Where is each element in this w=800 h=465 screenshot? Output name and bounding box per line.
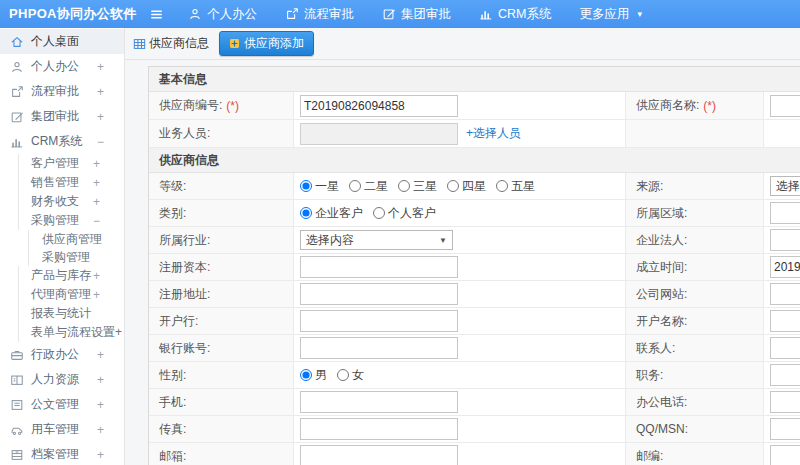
expand-icon[interactable]: + — [93, 288, 100, 302]
nav-item-crm-system[interactable]: CRM系统 — [479, 6, 551, 23]
category-radio-option-0[interactable]: 企业客户 — [300, 205, 363, 222]
gender-radio-0[interactable] — [300, 369, 312, 381]
level-radio-option-2[interactable]: 三星 — [398, 178, 437, 195]
sidebar-item-reports[interactable]: 报表与统计 — [18, 304, 124, 323]
collapse-icon[interactable]: − — [93, 214, 100, 228]
sidebar-item-admin-office[interactable]: 行政办公+ — [0, 342, 124, 367]
company-website-input[interactable] — [770, 283, 800, 305]
category-radio-option-1[interactable]: 个人客户 — [373, 205, 436, 222]
level-radio-1[interactable] — [349, 180, 361, 192]
business-staff-value-cell: +选择人员 — [294, 120, 626, 147]
expand-icon[interactable]: + — [93, 195, 100, 209]
job-title-input[interactable] — [770, 364, 800, 386]
bank-input[interactable] — [300, 310, 458, 332]
sidebar-item-workflow-approval[interactable]: 流程审批+ — [0, 79, 124, 104]
qq-msn-input[interactable] — [770, 418, 800, 440]
category-radio-1[interactable] — [373, 207, 385, 219]
sidebar-item-label: 客户管理 — [31, 155, 79, 172]
level-radio-3[interactable] — [447, 180, 459, 192]
expand-icon[interactable]: + — [93, 157, 100, 171]
expand-icon[interactable]: + — [93, 269, 100, 283]
sidebar-item-customer-mgmt[interactable]: 客户管理+ — [18, 154, 124, 173]
tab-supplier-info[interactable]: 供应商信息 — [133, 35, 209, 52]
nav-item-personal-office[interactable]: 个人办公 — [188, 6, 257, 23]
level-radio-option-3[interactable]: 四星 — [447, 178, 486, 195]
briefcase-icon — [10, 348, 24, 362]
category-label: 类别: — [149, 200, 294, 226]
field-label-text: 成立时间: — [636, 259, 687, 276]
gender-radio-1[interactable] — [337, 369, 349, 381]
sidebar-item-hr[interactable]: 人力资源+ — [0, 367, 124, 392]
postcode-input[interactable] — [770, 445, 800, 465]
supplier-code-value-cell — [294, 92, 626, 119]
header-nav: 个人办公流程审批集团审批CRM系统更多应用▾ — [188, 6, 642, 23]
nav-item-group-approval[interactable]: 集团审批 — [382, 6, 451, 23]
level-radio-2[interactable] — [398, 180, 410, 192]
level-radio-0[interactable] — [300, 180, 312, 192]
category-radio-0[interactable] — [300, 207, 312, 219]
founding-date-input[interactable] — [770, 256, 800, 278]
sidebar-item-supplier-mgmt[interactable]: 供应商管理 — [28, 230, 124, 248]
supplier-code-input[interactable] — [300, 95, 458, 117]
sidebar-item-personal-desktop[interactable]: 个人桌面 — [0, 29, 124, 54]
sidebar-item-doc-mgmt[interactable]: 公文管理+ — [0, 392, 124, 417]
sidebar-item-personal-office[interactable]: 个人办公+ — [0, 54, 124, 79]
collapse-icon[interactable]: − — [97, 135, 104, 149]
expand-icon[interactable]: + — [97, 110, 104, 124]
bank-account-input[interactable] — [300, 337, 458, 359]
expand-icon[interactable]: + — [97, 85, 104, 99]
tab-supplier-add[interactable]: 供应商添加 — [219, 31, 314, 56]
expand-icon[interactable]: + — [97, 60, 104, 74]
business-staff-link[interactable]: +选择人员 — [466, 125, 521, 142]
sidebar-item-finance[interactable]: 财务收支+ — [18, 192, 124, 211]
field-label-text: 业务人员: — [159, 125, 210, 142]
gender-radio-option-1[interactable]: 女 — [337, 367, 364, 384]
office-phone-input[interactable] — [770, 391, 800, 413]
hamburger-menu-icon[interactable] — [149, 7, 164, 22]
legal-person-input[interactable] — [770, 229, 800, 251]
sidebar-item-form-flow-settings[interactable]: 表单与流程设置+ — [18, 323, 124, 342]
source-select[interactable]: 选择内容▼ — [770, 176, 800, 196]
fax-value-cell — [294, 416, 626, 442]
expand-icon[interactable]: + — [97, 423, 104, 437]
expand-icon[interactable]: + — [97, 348, 104, 362]
radio-label: 三星 — [413, 178, 437, 195]
sidebar-item-archive-mgmt[interactable]: 档案管理+ — [0, 442, 124, 465]
nav-item-workflow-approval[interactable]: 流程审批 — [285, 6, 354, 23]
expand-icon[interactable]: + — [97, 373, 104, 387]
industry-value-cell: 选择内容▼ — [294, 227, 626, 253]
level-radio-option-1[interactable]: 二星 — [349, 178, 388, 195]
expand-icon[interactable]: + — [93, 176, 100, 190]
field-label-text: 来源: — [636, 178, 663, 195]
sidebar-item-product-inventory[interactable]: 产品与库存+ — [18, 266, 124, 285]
level-radio-option-4[interactable]: 五星 — [496, 178, 535, 195]
region-input[interactable] — [770, 202, 800, 224]
form-row: 手机:办公电话: — [149, 389, 800, 416]
nav-item-label: CRM系统 — [498, 6, 551, 23]
expand-icon[interactable]: + — [97, 398, 104, 412]
field-label-text: 企业法人: — [636, 232, 687, 249]
email-input[interactable] — [300, 445, 458, 465]
contact-person-input[interactable] — [770, 337, 800, 359]
sidebar-item-sales-mgmt[interactable]: 销售管理+ — [18, 173, 124, 192]
sidebar-item-vehicle-mgmt[interactable]: 用车管理+ — [0, 417, 124, 442]
sidebar-item-agent-mgmt[interactable]: 代理商管理+ — [18, 285, 124, 304]
sidebar-item-purchasing[interactable]: 采购管理 — [28, 248, 124, 266]
gender-radio-option-0[interactable]: 男 — [300, 367, 327, 384]
registered-capital-input[interactable] — [300, 256, 458, 278]
industry-select[interactable]: 选择内容▼ — [300, 230, 453, 250]
level-radio-option-0[interactable]: 一星 — [300, 178, 339, 195]
fax-input[interactable] — [300, 418, 458, 440]
expand-icon[interactable]: + — [97, 448, 104, 462]
level-radio-4[interactable] — [496, 180, 508, 192]
sidebar-item-group-approval[interactable]: 集团审批+ — [0, 104, 124, 129]
business-staff-input[interactable] — [300, 123, 458, 145]
supplier-form: 基本信息供应商编号:(*)供应商名称:(*)业务人员:+选择人员供应商信息等级:… — [148, 66, 800, 465]
supplier-name-input[interactable] — [770, 95, 800, 117]
nav-item-more-apps[interactable]: 更多应用▾ — [579, 6, 642, 23]
mobile-input[interactable] — [300, 391, 458, 413]
sidebar-item-crm-system[interactable]: CRM系统− — [0, 129, 124, 154]
sidebar-item-purchase-mgmt[interactable]: 采购管理− — [18, 211, 124, 230]
registered-address-input[interactable] — [300, 283, 458, 305]
account-name-input[interactable] — [770, 310, 800, 332]
